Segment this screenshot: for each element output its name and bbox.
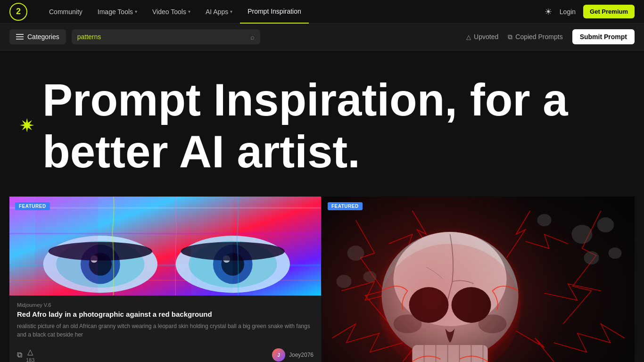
search-input[interactable] xyxy=(77,29,250,44)
navigation: 2 Community Image Tools ▾ Video Tools ▾ … xyxy=(0,0,644,24)
nav-right: ☀ Login Get Premium xyxy=(545,5,635,18)
theme-toggle-button[interactable]: ☀ xyxy=(545,7,552,17)
toolbar-right: △ Upvoted ⧉ Copied Prompts Submit Prompt xyxy=(466,29,635,44)
svg-point-23 xyxy=(584,251,599,264)
logo[interactable]: 2 xyxy=(9,3,27,21)
hamburger-icon xyxy=(16,34,24,40)
upvoted-button[interactable]: △ Upvoted xyxy=(466,33,498,41)
nav-prompt-inspiration[interactable]: Prompt Inspiration xyxy=(240,0,309,24)
featured-badge-2: FEATURED xyxy=(328,202,363,210)
chevron-down-icon: ▾ xyxy=(188,9,190,14)
chevron-down-icon: ▾ xyxy=(135,9,137,14)
card-1-author: J Joey2076 xyxy=(272,348,314,362)
search-icon: ⌕ xyxy=(250,33,255,41)
copied-prompts-button[interactable]: ⧉ Copied Prompts xyxy=(508,33,562,41)
svg-point-34 xyxy=(394,232,507,326)
sun-icon: ☀ xyxy=(545,7,552,17)
logo-char: 2 xyxy=(16,7,21,16)
toolbar: Categories ⌕ △ Upvoted ⧉ Copied Prompts … xyxy=(0,24,644,50)
copy-prompt-button-1[interactable]: ⧉ xyxy=(17,351,22,359)
card-1-title: Red Afro lady in a photographic against … xyxy=(17,310,314,319)
svg-point-46 xyxy=(380,244,521,362)
categories-button[interactable]: Categories xyxy=(9,29,66,44)
card-1: FEATURED xyxy=(9,197,322,362)
submit-prompt-button[interactable]: Submit Prompt xyxy=(572,29,635,44)
svg-point-25 xyxy=(537,214,552,226)
upvote-icon: △ xyxy=(27,347,33,356)
nav-community[interactable]: Community xyxy=(41,0,90,24)
author-avatar-1: J xyxy=(272,348,285,362)
hero-title: ✴ Prompt Inspiration, for a better AI ar… xyxy=(19,74,625,178)
svg-point-35 xyxy=(409,287,449,323)
nav-image-tools[interactable]: Image Tools ▾ xyxy=(90,0,145,24)
cards-grid: FEATURED xyxy=(0,197,644,362)
hero-section: ✴ Prompt Inspiration, for a better AI ar… xyxy=(0,50,644,192)
wand-icon: ✴ xyxy=(19,115,35,137)
svg-rect-20 xyxy=(322,197,635,362)
svg-point-44 xyxy=(394,314,422,333)
upvote-button-1[interactable]: △ xyxy=(27,347,33,356)
author-name-1: Joey2076 xyxy=(289,352,314,358)
login-link[interactable]: Login xyxy=(560,8,576,16)
svg-point-28 xyxy=(337,275,352,288)
card-1-description: realistic picture of an old African gran… xyxy=(17,322,314,339)
svg-point-27 xyxy=(363,271,377,282)
card-2-image xyxy=(322,197,635,362)
card-1-footer: ⧉ △ 183 J Joey2076 xyxy=(9,344,321,362)
card-1-body: Midjourney V.6 Red Afro lady in a photog… xyxy=(9,296,321,344)
triangle-up-icon: △ xyxy=(466,33,471,41)
card-2: FEATURED xyxy=(322,197,635,362)
featured-badge-1: FEATURED xyxy=(15,202,50,210)
svg-point-33 xyxy=(382,232,519,359)
nav-links: Community Image Tools ▾ Video Tools ▾ AI… xyxy=(41,0,545,24)
svg-point-24 xyxy=(609,247,622,259)
nav-ai-apps[interactable]: AI Apps ▾ xyxy=(198,0,240,24)
upvote-count-1: 183 xyxy=(26,357,34,362)
svg-point-21 xyxy=(572,225,593,244)
copy-icon: ⧉ xyxy=(508,33,512,41)
nav-video-tools[interactable]: Video Tools ▾ xyxy=(145,0,198,24)
search-box: ⌕ xyxy=(72,29,260,44)
svg-point-22 xyxy=(597,217,614,232)
card-1-label: Midjourney V.6 xyxy=(17,302,314,308)
svg-rect-18 xyxy=(35,197,98,296)
chevron-down-icon: ▾ xyxy=(230,9,232,14)
svg-rect-37 xyxy=(413,345,488,362)
get-premium-button[interactable]: Get Premium xyxy=(583,5,635,18)
svg-point-36 xyxy=(452,287,491,323)
svg-rect-19 xyxy=(191,197,233,296)
copy-icon: ⧉ xyxy=(17,351,22,359)
svg-point-26 xyxy=(347,246,364,261)
svg-point-45 xyxy=(479,314,507,333)
card-1-image xyxy=(9,197,321,296)
